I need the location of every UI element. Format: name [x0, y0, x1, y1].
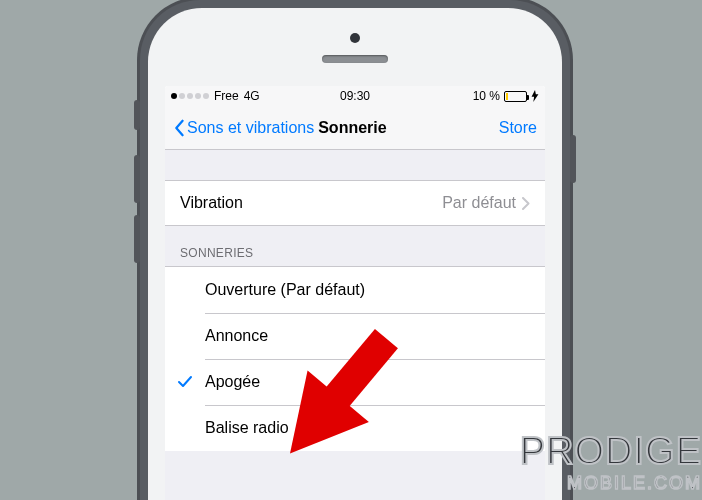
battery-icon: [504, 91, 527, 102]
signal-dots-icon: [171, 93, 209, 99]
ringtone-row[interactable]: Balise radio: [165, 405, 545, 451]
screen: Free 4G 09:30 10 % Sons et vibrations So…: [165, 86, 545, 500]
volume-down-button: [134, 215, 140, 263]
navigation-bar: Sons et vibrations Sonnerie Store: [165, 106, 545, 150]
ringtone-label: Annonce: [205, 327, 268, 345]
content-area: Vibration Par défaut SONNERIES Ouverture…: [165, 150, 545, 500]
ringtone-row[interactable]: Ouverture (Par défaut): [165, 267, 545, 313]
back-button[interactable]: Sons et vibrations: [173, 119, 314, 137]
phone-bezel: Free 4G 09:30 10 % Sons et vibrations So…: [148, 8, 562, 500]
power-button: [570, 135, 576, 183]
ringtone-row[interactable]: Annonce: [165, 313, 545, 359]
ringtone-row[interactable]: Apogée: [165, 359, 545, 405]
ringtones-section-header: SONNERIES: [165, 226, 545, 266]
chevron-right-icon: [522, 197, 530, 210]
earpiece-speaker: [322, 55, 388, 63]
ringtone-label: Balise radio: [205, 419, 289, 437]
battery-pct-label: 10 %: [473, 89, 500, 103]
vibration-value: Par défaut: [442, 194, 516, 212]
status-bar: Free 4G 09:30 10 %: [165, 86, 545, 106]
chevron-left-icon: [173, 119, 185, 137]
page-title: Sonnerie: [318, 119, 386, 137]
charging-bolt-icon: [531, 90, 539, 102]
clock-label: 09:30: [340, 89, 370, 103]
phone-frame: Free 4G 09:30 10 % Sons et vibrations So…: [140, 0, 570, 500]
checkmark-icon: [177, 374, 193, 390]
ringtones-list: Ouverture (Par défaut) Annonce Apogée Ba…: [165, 266, 545, 451]
back-label: Sons et vibrations: [187, 119, 314, 137]
watermark: PRODIGE MOBILE.COM: [520, 430, 702, 494]
store-button[interactable]: Store: [499, 119, 537, 137]
network-label: 4G: [244, 89, 260, 103]
volume-up-button: [134, 155, 140, 203]
carrier-label: Free: [214, 89, 239, 103]
camera-sensor: [350, 33, 360, 43]
watermark-line1: PRODIGE: [520, 430, 702, 472]
mute-switch: [134, 100, 140, 130]
ringtone-label: Ouverture (Par défaut): [205, 281, 365, 299]
vibration-label: Vibration: [180, 194, 243, 212]
watermark-line2: MOBILE.COM: [520, 473, 702, 494]
ringtone-label: Apogée: [205, 373, 260, 391]
vibration-cell[interactable]: Vibration Par défaut: [165, 180, 545, 226]
